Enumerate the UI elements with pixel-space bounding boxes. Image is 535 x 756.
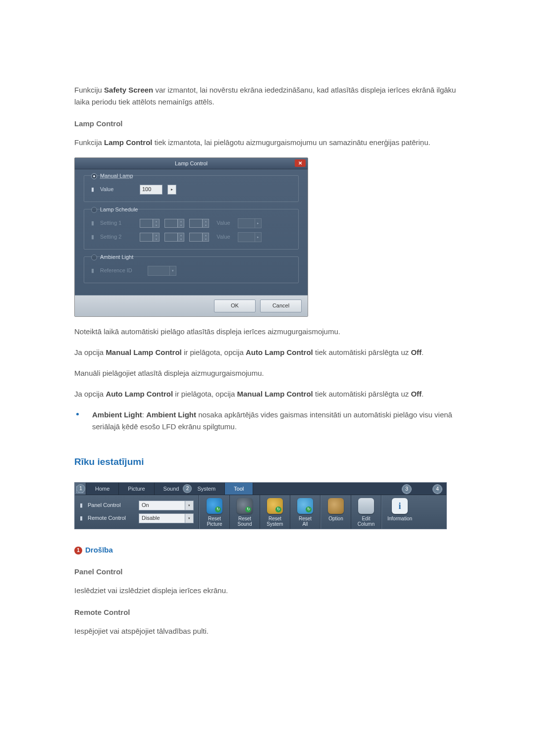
reset-all-button[interactable]: ↻ ResetAll <box>290 495 320 529</box>
ok-button[interactable]: OK <box>214 300 256 312</box>
setting1-ampm: ▴▾ <box>189 219 209 228</box>
setting1-label: Setting 1 <box>100 219 135 228</box>
tool-toolbar: 1 Home Picture Sound 2 System Tool 3 4 ▮… <box>74 482 447 529</box>
ambient-light-legend: Ambient Light <box>100 253 133 262</box>
setting1-min: ▴▾ <box>164 219 184 228</box>
reset-picture-button[interactable]: ↻ ResetPicture <box>200 495 229 529</box>
setting1-hour: ▴▾ <box>140 219 160 228</box>
callout-1: 1 <box>76 484 85 493</box>
value-spinner[interactable]: 100 <box>140 185 162 195</box>
dialog-title: Lamp Control <box>175 160 208 166</box>
lamp-schedule-radio[interactable] <box>91 207 97 213</box>
remote-control-label: Remote Control <box>88 514 135 523</box>
setting2-min: ▴▾ <box>164 233 184 242</box>
remote-control-select[interactable]: Disable ▾ <box>139 513 194 523</box>
auto-to-manual-text: Ja opcija Auto Lamp Control ir pielāgota… <box>74 388 461 400</box>
reset-sound-button[interactable]: ↻ ResetSound <box>229 495 260 529</box>
callout-3-circle: 3 <box>402 484 412 494</box>
information-icon <box>392 498 408 514</box>
panel-control-heading: Panel Control <box>74 566 461 578</box>
panel-control-label: Panel Control <box>88 501 135 510</box>
security-heading: Drošība <box>85 546 113 554</box>
ambient-light-bullet: Ambient Light: Ambient Light nosaka apkā… <box>74 409 461 433</box>
lamp-schedule-group: Lamp Schedule ▮ Setting 1 ▴▾ ▴▾ ▴▾ Value… <box>84 209 299 250</box>
setting1-value-select: ▸ <box>238 218 262 228</box>
lamp-control-heading: Lamp Control <box>74 118 461 130</box>
reference-id-label: Reference ID <box>100 266 143 275</box>
panel-control-text: Ieslēdziet vai izslēdziet displeja ierīc… <box>74 585 461 597</box>
tab-tool[interactable]: Tool <box>225 483 253 495</box>
security-number-badge: 1 <box>74 547 82 554</box>
value-step-button[interactable]: ▸ <box>167 185 176 195</box>
dialog-titlebar: Lamp Control ✕ <box>75 158 308 169</box>
tab-sound[interactable]: Sound 2 <box>155 483 189 495</box>
reset-system-icon: ↻ <box>267 498 283 514</box>
callout-4-circle: 4 <box>432 484 442 494</box>
remote-control-text: Iespējojiet vai atspējojiet tālvadības p… <box>74 625 461 637</box>
manual-lamp-radio[interactable] <box>91 173 97 179</box>
reset-sound-icon: ↻ <box>237 498 253 514</box>
tab-picture[interactable]: Picture <box>119 483 154 495</box>
tab-system[interactable]: System <box>188 483 225 495</box>
manual-lamp-group: Manual Lamp ▮ Value 100 ▸ <box>84 175 299 202</box>
dialog-footer: OK Cancel <box>75 295 308 316</box>
ambient-light-radio[interactable] <box>91 254 97 260</box>
value-label: Value <box>100 185 135 194</box>
reset-all-icon: ↻ <box>297 498 313 514</box>
setting2-hour: ▴▾ <box>140 233 160 242</box>
panel-control-select[interactable]: On ▾ <box>139 501 194 510</box>
security-heading-row: 1Drošība <box>74 544 461 556</box>
information-button[interactable]: Information <box>382 495 418 529</box>
chevron-down-icon: ▾ <box>185 514 193 523</box>
close-icon[interactable]: ✕ <box>295 159 306 167</box>
reference-id-select: ▾ <box>148 266 176 276</box>
remote-control-heading: Remote Control <box>74 606 461 618</box>
tab-home[interactable]: Home <box>86 483 119 495</box>
setting2-ampm: ▴▾ <box>189 233 209 242</box>
reset-system-button[interactable]: ↻ ResetSystem <box>260 495 290 529</box>
corner-icon: 1 <box>75 483 86 495</box>
setting2-value-select: ▸ <box>238 232 262 242</box>
setting2-label: Setting 2 <box>100 233 135 242</box>
lamp-control-paragraph: Funkcija Lamp Control tiek izmantota, la… <box>74 137 461 149</box>
tool-settings-heading: Rīku iestatījumi <box>74 454 461 469</box>
reset-picture-icon: ↻ <box>207 498 222 514</box>
manual-adjust-text: Manuāli pielāgojiet atlasītā displeja ai… <box>74 367 461 379</box>
auto-adjust-text: Noteiktā laikā automātiski pielāgo atlas… <box>74 326 461 338</box>
lamp-control-dialog: Lamp Control ✕ Manual Lamp ▮ Value 100 ▸ <box>74 157 308 317</box>
ambient-light-group: Ambient Light ▮ Reference ID ▾ <box>84 256 299 283</box>
edit-column-icon <box>358 498 374 514</box>
safety-screen-paragraph: Funkciju Safety Screen var izmantot, lai… <box>74 84 461 108</box>
option-button[interactable]: Option <box>321 495 351 529</box>
manual-lamp-legend: Manual Lamp <box>100 172 133 181</box>
tab-row: 1 Home Picture Sound 2 System Tool 3 4 <box>75 483 446 495</box>
edit-column-button[interactable]: EditColumn <box>351 495 381 529</box>
lamp-schedule-legend: Lamp Schedule <box>100 205 138 214</box>
security-panel: ▮ Panel Control On ▾ ▮ Remote Control Di… <box>75 495 199 529</box>
option-icon <box>328 498 344 514</box>
ambient-light-bullet-list: Ambient Light: Ambient Light nosaka apkā… <box>74 409 461 433</box>
cancel-button[interactable]: Cancel <box>260 300 302 312</box>
chevron-down-icon: ▾ <box>185 501 193 510</box>
manual-to-auto-text: Ja opcija Manual Lamp Control ir pielāgo… <box>74 347 461 358</box>
